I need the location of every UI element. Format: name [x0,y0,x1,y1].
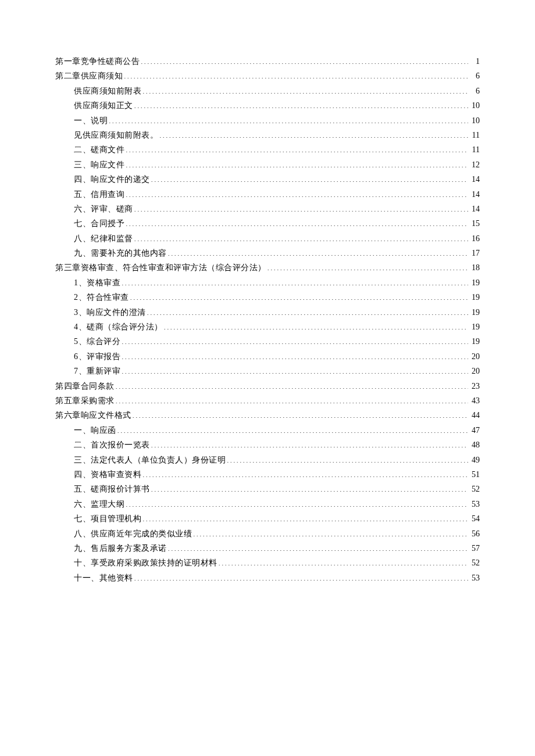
toc-entry-title: 5、综合评分 [74,335,120,348]
toc-entry: 一、说明10 [74,114,480,127]
toc-entry-title: 八、纪律和监督 [74,232,133,245]
toc-entry-page: 23 [468,380,480,393]
toc-leader-dots [115,395,469,403]
toc-entry-title: 七、合同授予 [74,217,124,230]
toc-leader-dots [120,277,468,285]
toc-leader-dots [217,557,469,565]
toc-leader-dots [167,248,469,256]
toc-entry: 二、首次报价一览表48 [74,439,480,452]
toc-entry: 四、资格审查资料51 [74,468,480,481]
toc-entry-page: 19 [468,321,480,334]
toc-entry-title: 七、项目管理机构 [74,513,141,525]
toc-entry-page: 20 [468,350,480,363]
toc-entry-title: 1、资格审查 [74,277,120,289]
toc-entry-page: 53 [468,572,480,585]
toc-entry-page: 11 [468,144,480,156]
toc-entry-page: 19 [468,291,480,304]
toc-entry: 5、综合评分19 [74,335,480,348]
toc-entry-title: 3、响应文件的澄清 [74,306,146,319]
toc-entry: 五、信用查询14 [74,188,480,201]
toc-leader-dots [141,513,468,521]
toc-entry-title: 一、说明 [74,114,108,127]
toc-leader-dots [140,56,468,64]
toc-entry: 八、供应商近年完成的类似业绩56 [74,528,480,540]
toc-leader-dots [226,454,468,463]
toc-entry-title: 供应商须知前附表 [74,85,141,98]
toc-entry-page: 17 [468,247,480,260]
toc-entry: 九、售后服务方案及承诺57 [74,542,480,555]
toc-entry: 第三章资格审查、符合性审查和评审方法（综合评分法）18 [55,261,480,274]
toc-entry-title: 三、法定代表人（单位负责人）身份证明 [74,454,226,467]
toc-entry-title: 第四章合同条款 [55,380,115,393]
toc-leader-dots [150,174,469,182]
toc-leader-dots [131,410,469,418]
toc-entry: 第二章供应商须知6 [55,70,480,83]
toc-entry-title: 五、磋商报价计算书 [74,483,150,496]
toc-entry-page: 14 [468,188,480,201]
toc-entry: 1、资格审查19 [74,277,480,289]
toc-entry: 三、响应文件12 [74,159,480,171]
toc-entry-title: 供应商须知正文 [74,99,133,112]
toc-entry-page: 56 [468,528,480,540]
toc-entry-page: 44 [468,409,480,422]
toc-entry-page: 47 [468,424,480,437]
toc-entry: 第四章合同条款23 [55,380,480,393]
toc-entry-page: 51 [468,468,480,481]
toc-entry-page: 1 [468,55,480,68]
toc-entry-title: 第五章采购需求 [55,395,115,407]
toc-leader-dots [150,483,469,492]
toc-entry-page: 14 [468,203,480,216]
toc-entry-page: 57 [468,542,480,555]
toc-entry: 五、磋商报价计算书52 [74,483,480,496]
toc-entry-title: 6、评审报告 [74,350,120,363]
toc-entry: 十、享受政府采购政策扶持的证明材料52 [74,557,480,569]
toc-entry: 4、磋商（综合评分法）19 [74,321,480,334]
toc-leader-dots [108,115,468,123]
toc-entry-page: 10 [468,99,480,112]
toc-entry-title: 十、享受政府采购政策扶持的证明材料 [74,557,217,569]
toc-leader-dots [124,144,468,152]
toc-entry: 第五章采购需求43 [55,395,480,407]
toc-entry-page: 6 [468,70,480,83]
toc-entry: 四、响应文件的递交14 [74,173,480,186]
toc-entry-title: 2、符合性审查 [74,291,129,304]
toc-entry-page: 19 [468,306,480,319]
toc-entry: 见供应商须知前附表。11 [74,129,480,142]
toc-entry-title: 二、首次报价一览表 [74,439,150,452]
toc-leader-dots [133,572,469,581]
toc-leader-dots [163,321,469,329]
toc-entry-page: 48 [468,439,480,452]
table-of-contents: 第一章竞争性磋商公告1第二章供应商须知6供应商须知前附表6供应商须知正文10一、… [55,55,480,585]
toc-entry-page: 53 [468,498,480,511]
toc-entry: 九、需要补充的其他内容17 [74,247,480,260]
toc-leader-dots [120,336,468,344]
toc-entry-page: 19 [468,277,480,289]
toc-entry: 六、监理大纲53 [74,498,480,511]
toc-entry: 第一章竞争性磋商公告1 [55,55,480,68]
toc-entry: 二、磋商文件11 [74,144,480,156]
toc-entry-title: 第六章响应文件格式 [55,409,131,422]
toc-entry-page: 16 [468,232,480,245]
toc-entry-page: 49 [468,454,480,467]
toc-entry-title: 九、售后服务方案及承诺 [74,542,167,555]
toc-leader-dots [124,159,468,167]
toc-entry-title: 第一章竞争性磋商公告 [55,55,140,68]
toc-leader-dots [124,189,468,197]
toc-entry-page: 15 [468,217,480,230]
toc-leader-dots [123,70,468,78]
toc-entry: 七、合同授予15 [74,217,480,230]
toc-entry-title: 四、响应文件的递交 [74,173,150,186]
toc-entry: 六、评审、磋商14 [74,203,480,216]
toc-entry-title: 六、监理大纲 [74,498,124,511]
toc-entry: 七、项目管理机构54 [74,513,480,525]
toc-leader-dots [192,528,468,536]
toc-entry-title: 三、响应文件 [74,159,124,171]
toc-entry-title: 五、信用查询 [74,188,124,201]
toc-entry-page: 10 [468,114,480,127]
toc-leader-dots [141,469,468,477]
toc-entry: 供应商须知正文10 [74,99,480,112]
toc-leader-dots [129,292,469,300]
toc-entry-title: 八、供应商近年完成的类似业绩 [74,528,192,540]
toc-entry-title: 四、资格审查资料 [74,468,141,481]
toc-entry-title: 7、重新评审 [74,365,120,378]
